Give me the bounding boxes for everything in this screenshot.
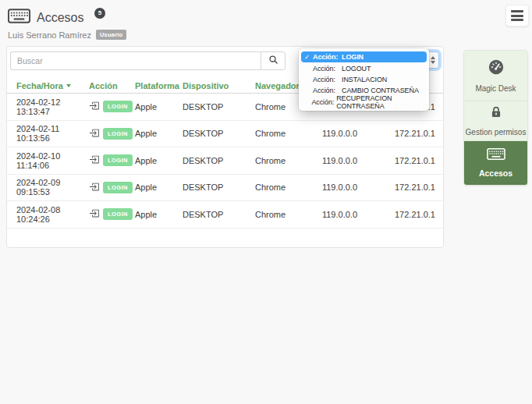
sidebar-item-magic-desk[interactable]: Magic Desk (464, 51, 527, 101)
cell-device: DESKTOP (183, 183, 255, 192)
cell-action: LOGIN (89, 154, 135, 166)
user-name: Luis Serrano Ramírez (8, 30, 91, 40)
user-row: Luis Serrano Ramírez Usuario (8, 30, 126, 40)
gauge-icon (488, 58, 505, 79)
action-badge: LOGIN (103, 128, 133, 140)
cell-datetime: 2024-02-11 10:13:56 (16, 124, 89, 143)
table-row: 2024-02-08 10:24:26 LOGIN Apple DESKTOP … (7, 201, 443, 229)
sidebar-item-label: Magic Desk (475, 84, 516, 93)
cell-browser: Chrome (255, 183, 303, 192)
search-button[interactable] (261, 51, 286, 70)
dropdown-option-instalacion[interactable]: Acción: INSTALACION (301, 74, 427, 85)
lock-icon (489, 105, 503, 122)
sign-in-icon (89, 154, 99, 166)
sidebar-item-label: Gestion permisos (466, 128, 527, 136)
dropdown-option-logout[interactable]: Acción: LOGOUT (301, 62, 427, 73)
hamburger-icon (511, 10, 523, 12)
cell-datetime: 2024-02-09 09:15:53 (16, 178, 89, 197)
search-group (10, 51, 286, 70)
action-badge: LOGIN (103, 182, 133, 193)
sign-in-icon (89, 182, 99, 193)
cell-action: LOGIN (89, 101, 135, 112)
cell-platform: Apple (135, 183, 183, 192)
sign-in-icon (89, 101, 99, 112)
cell-ip: 119.0.0.0 (303, 129, 357, 138)
action-badge: LOGIN (103, 208, 133, 220)
user-role-badge: Usuario (96, 30, 126, 40)
column-header-action[interactable]: Acción (89, 81, 135, 90)
cell-action: LOGIN (89, 208, 135, 220)
select-stepper-icon (431, 56, 435, 64)
column-header-platform[interactable]: Plataforma (135, 81, 183, 90)
cell-local-ip: 172.21.0.1 (357, 129, 435, 138)
cell-action: LOGIN (89, 128, 135, 140)
dropdown-option-recuperacion-contrasena[interactable]: Acción: RECUPERACION CONTRASEÑA (301, 97, 427, 108)
search-icon (268, 55, 278, 67)
action-badge: LOGIN (103, 154, 133, 166)
cell-platform: Apple (135, 210, 183, 219)
column-header-datetime[interactable]: Fecha/Hora (16, 81, 89, 90)
action-dropdown-menu: ✓ Acción: LOGIN Acción: LOGOUT Acción: I… (299, 48, 429, 111)
cell-ip: 119.0.0.0 (303, 156, 357, 165)
sign-in-icon (89, 128, 99, 140)
sidebar: Magic Desk Gestion permisos Accesos (463, 50, 528, 186)
cell-datetime: 2024-02-12 13:13:47 (16, 97, 89, 116)
cell-browser: Chrome (255, 102, 303, 112)
cell-browser: Chrome (255, 210, 303, 219)
cell-device: DESKTOP (183, 210, 255, 219)
sidebar-item-accesos[interactable]: Accesos (464, 141, 527, 185)
table-row: 2024-02-11 10:13:56 LOGIN Apple DESKTOP … (7, 121, 443, 148)
sidebar-item-gestion-permisos[interactable]: Gestion permisos (464, 101, 527, 141)
dropdown-option-login[interactable]: ✓ Acción: LOGIN (301, 51, 427, 62)
column-header-browser[interactable]: Navegador (255, 81, 303, 90)
cell-local-ip: 172.21.0.1 (357, 156, 435, 165)
sort-desc-icon (66, 84, 71, 87)
cell-local-ip: 172.21.0.1 (357, 210, 435, 219)
cell-platform: Apple (135, 129, 183, 138)
cell-ip: 119.0.0.0 (303, 183, 357, 192)
cell-platform: Apple (135, 156, 183, 165)
title-row: Accesos 5 (8, 9, 98, 27)
cell-datetime: 2024-02-08 10:24:26 (16, 205, 89, 224)
table-row: 2024-02-10 11:14:06 LOGIN Apple DESKTOP … (7, 147, 443, 175)
cell-platform: Apple (135, 102, 183, 112)
cell-local-ip: 172.21.0.1 (357, 183, 435, 192)
cell-datetime: 2024-02-10 11:14:06 (16, 151, 89, 170)
notification-count-badge: 5 (94, 8, 105, 19)
cell-device: DESKTOP (183, 129, 255, 138)
page-title: Accesos (37, 11, 83, 25)
checkmark-icon: ✓ (304, 53, 313, 61)
table-row: 2024-02-09 09:15:53 LOGIN Apple DESKTOP … (7, 175, 443, 202)
cell-device: DESKTOP (183, 102, 255, 112)
sign-in-icon (89, 208, 99, 220)
keyboard-icon (8, 9, 30, 27)
action-badge: LOGIN (103, 101, 133, 112)
cell-action: LOGIN (89, 182, 135, 193)
cell-browser: Chrome (255, 156, 303, 165)
app-header: Accesos 5 Luis Serrano Ramírez Usuario (0, 0, 532, 44)
cell-browser: Chrome (255, 129, 303, 138)
keyboard-icon (487, 148, 505, 163)
column-header-device[interactable]: Dispositivo (183, 81, 255, 90)
menu-button[interactable] (505, 5, 529, 27)
cell-device: DESKTOP (183, 156, 255, 165)
search-input[interactable] (10, 51, 261, 70)
sidebar-item-label: Accesos (479, 168, 512, 178)
cell-ip: 119.0.0.0 (303, 210, 357, 219)
